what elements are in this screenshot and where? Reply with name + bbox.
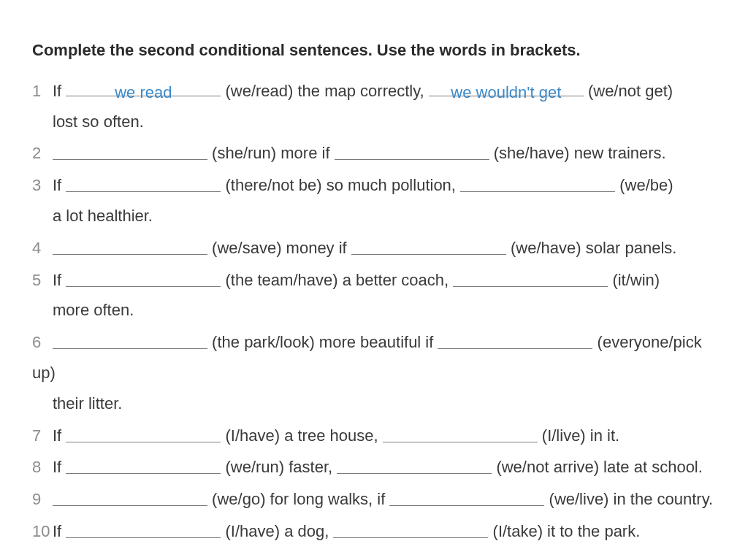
text-segment: If	[53, 522, 66, 540]
sentence-line: If (I/have) a dog, (I/take) it to the pa…	[53, 522, 640, 540]
hint-text: (we/live) in the country.	[544, 490, 713, 508]
hint-text: (she/have) new trainers.	[489, 144, 666, 162]
sentence-line: If (the team/have) a better coach, (it/w…	[53, 271, 660, 289]
answer-blank[interactable]	[333, 519, 488, 538]
answer-blank[interactable]	[389, 487, 544, 506]
item-number: 3	[32, 170, 53, 201]
hint-text: (we/not get)	[584, 82, 673, 100]
exercise-list: 1If we read (we/read) the map correctly,…	[32, 76, 716, 547]
hint-text: (we/have) solar panels.	[506, 239, 677, 257]
continuation-text: lost so often.	[53, 107, 716, 137]
answer-blank[interactable]	[53, 141, 207, 160]
sentence-line: If (there/not be) so much pollution, (we…	[53, 176, 673, 194]
answer-blank[interactable]	[383, 423, 538, 442]
exercise-item: 10If (I/have) a dog, (I/take) it to the …	[32, 516, 716, 547]
text-segment: If	[53, 426, 66, 445]
exercise-item: 9 (we/go) for long walks, if (we/live) i…	[32, 484, 716, 515]
sentence-line: If (we/run) faster, (we/not arrive) late…	[53, 458, 703, 476]
hint-text: (I/have) a tree house,	[221, 426, 382, 445]
item-number: 4	[32, 233, 53, 264]
item-number: 5	[32, 265, 53, 296]
answer-blank[interactable]	[53, 235, 207, 254]
hint-text: (we/read) the map correctly,	[221, 82, 428, 100]
sentence-line: If (I/have) a tree house, (I/live) in it…	[53, 426, 619, 445]
answer-blank[interactable]	[337, 455, 492, 474]
hint-text: (she/run) more if	[207, 144, 335, 162]
answer-blank[interactable]	[460, 173, 615, 192]
answer-blank[interactable]	[66, 455, 221, 474]
continuation-text: more often.	[53, 295, 716, 326]
hint-text: (we/save) money if	[207, 239, 351, 257]
item-number: 6	[32, 327, 53, 358]
answer-blank[interactable]	[66, 173, 221, 192]
exercise-item: 5If (the team/have) a better coach, (it/…	[32, 265, 716, 326]
item-number: 1	[32, 76, 53, 107]
text-segment: If	[53, 82, 66, 100]
exercise-item: 2 (she/run) more if (she/have) new train…	[32, 138, 716, 169]
item-number: 9	[32, 484, 53, 515]
sentence-line: (we/save) money if (we/have) solar panel…	[53, 239, 676, 257]
hint-text: (we/go) for long walks, if	[207, 490, 389, 508]
sentence-line: If we read (we/read) the map correctly, …	[53, 82, 673, 100]
exercise-item: 1If we read (we/read) the map correctly,…	[32, 76, 716, 137]
sentence-line: (we/go) for long walks, if (we/live) in …	[53, 490, 713, 508]
answer-blank[interactable]	[335, 141, 489, 160]
answer-blank[interactable]	[351, 235, 506, 254]
answer-blank[interactable]	[453, 267, 608, 286]
continuation-text: a lot healthier.	[53, 201, 716, 231]
item-number: 2	[32, 138, 53, 169]
hint-text: (I/have) a dog,	[221, 522, 333, 540]
exercise-item: 3If (there/not be) so much pollution, (w…	[32, 170, 716, 231]
exercise-item: 4 (we/save) money if (we/have) solar pan…	[32, 233, 716, 264]
answer-blank[interactable]	[53, 330, 207, 349]
exercise-item: 7If (I/have) a tree house, (I/live) in i…	[32, 421, 716, 451]
item-number: 7	[32, 421, 53, 451]
continuation-text: their litter.	[53, 388, 716, 419]
exercise-title: Complete the second conditional sentence…	[32, 35, 716, 66]
item-number: 10	[32, 516, 53, 547]
text-segment: If	[53, 271, 66, 289]
hint-text: (we/not arrive) late at school.	[492, 458, 703, 476]
hint-text: (the team/have) a better coach,	[221, 271, 453, 289]
hint-text: (we/be)	[615, 176, 673, 194]
sentence-line: (the park/look) more beautiful if (every…	[32, 333, 702, 382]
exercise-item: 8If (we/run) faster, (we/not arrive) lat…	[32, 452, 716, 483]
answer-blank[interactable]	[53, 487, 207, 506]
answer-blank[interactable]	[66, 519, 221, 538]
text-segment: If	[53, 458, 66, 476]
hint-text: (it/win)	[608, 271, 660, 289]
text-segment: If	[53, 176, 66, 194]
hint-text: (I/live) in it.	[538, 426, 619, 445]
hint-text: (I/take) it to the park.	[488, 522, 640, 540]
item-number: 8	[32, 452, 53, 483]
exercise-item: 6 (the park/look) more beautiful if (eve…	[32, 327, 716, 418]
hint-text: (we/run) faster,	[221, 458, 337, 476]
hint-text: (there/not be) so much pollution,	[221, 176, 460, 194]
hint-text: (the park/look) more beautiful if	[207, 333, 438, 351]
answer-blank[interactable]	[66, 423, 221, 442]
answer-blank[interactable]: we wouldn't get	[429, 77, 584, 96]
answer-blank[interactable]: we read	[66, 77, 221, 96]
answer-blank[interactable]	[438, 330, 592, 349]
answer-blank[interactable]	[66, 267, 221, 286]
sentence-line: (she/run) more if (she/have) new trainer…	[53, 144, 666, 162]
